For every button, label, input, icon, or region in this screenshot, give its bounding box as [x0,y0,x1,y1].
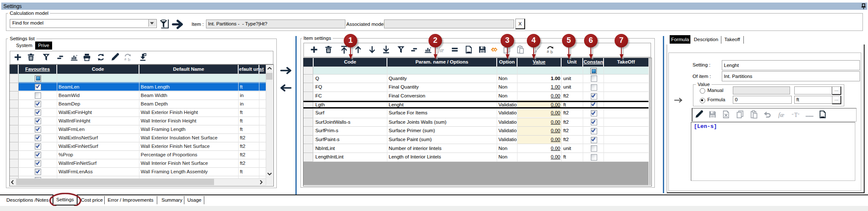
svg-text:a: a [124,56,126,61]
svg-text:”: ” [798,113,799,117]
svg-text:b: b [551,49,553,54]
svg-text:fæ: fæ [438,47,444,53]
svg-text:“: “ [792,113,794,117]
svg-text:fæ: fæ [778,111,784,118]
svg-text:a: a [547,48,549,53]
svg-text:b: b [128,57,131,61]
